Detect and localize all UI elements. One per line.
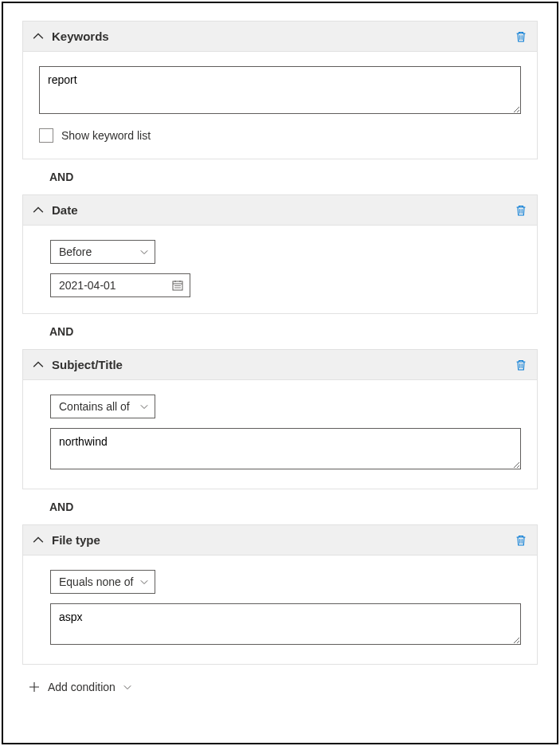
trash-icon[interactable] bbox=[515, 204, 527, 217]
filetype-block: File type Equals none of bbox=[22, 524, 538, 665]
date-value: 2021-04-01 bbox=[59, 279, 116, 292]
trash-icon[interactable] bbox=[515, 359, 527, 371]
subject-operator-value: Contains all of bbox=[59, 400, 130, 413]
subject-input[interactable] bbox=[50, 428, 521, 469]
chevron-down-icon bbox=[140, 248, 148, 256]
operator-and: AND bbox=[22, 314, 538, 349]
filetype-operator-dropdown[interactable]: Equals none of bbox=[50, 570, 155, 594]
keywords-input[interactable] bbox=[39, 66, 521, 114]
chevron-down-icon bbox=[140, 578, 148, 586]
date-value-input[interactable]: 2021-04-01 bbox=[50, 273, 190, 297]
trash-icon[interactable] bbox=[515, 534, 527, 547]
chevron-up-icon bbox=[33, 31, 44, 42]
show-keyword-list-checkbox[interactable] bbox=[39, 128, 53, 143]
subject-title-title: Subject/Title bbox=[52, 358, 515, 371]
subject-operator-dropdown[interactable]: Contains all of bbox=[50, 395, 155, 418]
trash-icon[interactable] bbox=[515, 30, 527, 43]
operator-and: AND bbox=[22, 489, 538, 524]
keywords-block: Keywords Show keyword list bbox=[22, 21, 538, 159]
filetype-input[interactable] bbox=[50, 603, 521, 645]
keywords-title: Keywords bbox=[52, 29, 515, 43]
subject-title-block: Subject/Title Contains all of bbox=[22, 349, 538, 489]
date-block: Date Before 2021-04-01 bbox=[22, 194, 538, 314]
filetype-operator-value: Equals none of bbox=[59, 575, 133, 588]
date-header[interactable]: Date bbox=[23, 195, 537, 226]
chevron-down-icon bbox=[123, 683, 131, 691]
chevron-up-icon bbox=[33, 359, 44, 371]
chevron-down-icon bbox=[140, 402, 148, 410]
date-operator-dropdown[interactable]: Before bbox=[50, 240, 155, 264]
date-operator-value: Before bbox=[59, 245, 92, 258]
show-keyword-list-label: Show keyword list bbox=[61, 129, 151, 142]
plus-icon bbox=[29, 681, 40, 693]
filetype-header[interactable]: File type bbox=[23, 525, 537, 556]
filetype-title: File type bbox=[52, 533, 515, 547]
subject-title-header[interactable]: Subject/Title bbox=[23, 350, 537, 380]
chevron-up-icon bbox=[33, 535, 44, 546]
add-condition-button[interactable]: Add condition bbox=[22, 665, 538, 693]
keywords-header[interactable]: Keywords bbox=[23, 22, 537, 52]
date-title: Date bbox=[52, 203, 515, 217]
add-condition-label: Add condition bbox=[48, 681, 116, 693]
operator-and: AND bbox=[22, 159, 538, 194]
calendar-icon bbox=[172, 280, 183, 291]
chevron-up-icon bbox=[33, 205, 44, 216]
